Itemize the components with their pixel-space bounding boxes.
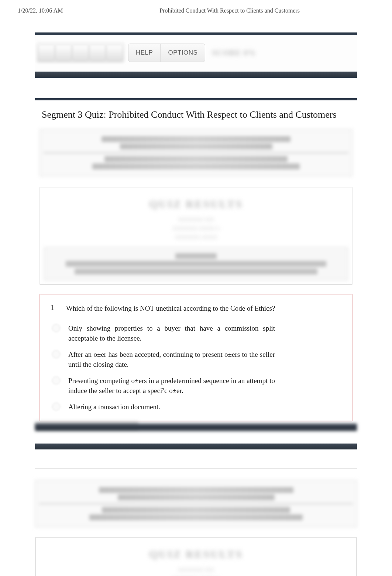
toolbar-wrap: HELP OPTIONS SCORE 0% [35, 32, 357, 78]
nav-end-icon[interactable] [106, 45, 123, 61]
print-datetime: 1/20/22, 10:06 AM [18, 7, 63, 14]
radio-icon[interactable] [52, 403, 60, 411]
nav-next-icon[interactable] [89, 45, 106, 61]
toolbar: HELP OPTIONS SCORE 0% [35, 35, 357, 71]
answer-text: After an o±er has been accepted, continu… [68, 349, 275, 370]
quiz-card: Segment 3 Quiz: Prohibited Conduct With … [35, 98, 357, 449]
help-button[interactable]: HELP [128, 44, 161, 62]
score-indicator: SCORE 0% [212, 49, 256, 57]
answer-text: Presenting competing o±ers in a predeter… [68, 376, 275, 396]
nav-button-group [37, 43, 124, 63]
page-header: 1/20/22, 10:06 AM Prohibited Conduct Wit… [0, 0, 392, 18]
obscured-summary-card-2: QUIZ RESULTS xxxxxxxx xxx xxxxxxxx xxxxx… [35, 537, 357, 576]
question-card: 1 Which of the following is NOT unethica… [39, 294, 353, 421]
nav-pause-icon[interactable] [72, 45, 89, 61]
obscured-summary-card: QUIZ RESULTS xxxxxxxx xxx xxxxxxxx xxxxx… [39, 187, 353, 285]
answer-text: Only showing properties to a buyer that … [68, 323, 275, 344]
question-text: Which of the following is NOT unethical … [66, 303, 343, 314]
obscured-info-box-2 [35, 480, 357, 527]
answer-text: Altering a transaction document. [68, 402, 160, 412]
options-button[interactable]: OPTIONS [161, 44, 205, 62]
quiz-module: HELP OPTIONS SCORE 0% Segment 3 Quiz: Pr… [35, 32, 357, 449]
nav-play-icon[interactable] [55, 45, 72, 61]
print-title: Prohibited Conduct With Respect to Clien… [159, 7, 300, 14]
nav-prev-icon[interactable] [38, 45, 55, 61]
card-bottom-strip [35, 444, 357, 449]
toolbar-links: HELP OPTIONS [128, 44, 205, 62]
obscured-info-box-1 [39, 129, 353, 176]
radio-icon[interactable] [52, 350, 60, 358]
answer-row: Altering a transaction document. [52, 402, 343, 412]
answer-list: Only showing properties to a buyer that … [49, 323, 343, 412]
radio-icon[interactable] [52, 324, 60, 332]
answer-row: Only showing properties to a buyer that … [52, 323, 343, 344]
answer-row: Presenting competing o±ers in a predeter… [52, 376, 343, 396]
answer-row: After an o±er has been accepted, continu… [52, 349, 343, 370]
question-footer [35, 424, 357, 431]
toolbar-bottom-strip [35, 72, 357, 77]
question-number: 1 [49, 303, 56, 312]
quiz-title: Segment 3 Quiz: Prohibited Conduct With … [35, 100, 357, 128]
radio-icon[interactable] [52, 376, 60, 384]
page-2-fragment: QUIZ RESULTS xxxxxxxx xxx xxxxxxxx xxxxx… [35, 468, 357, 576]
obscured-card-page2: QUIZ RESULTS xxxxxxxx xxx xxxxxxxx xxxxx… [35, 468, 357, 576]
